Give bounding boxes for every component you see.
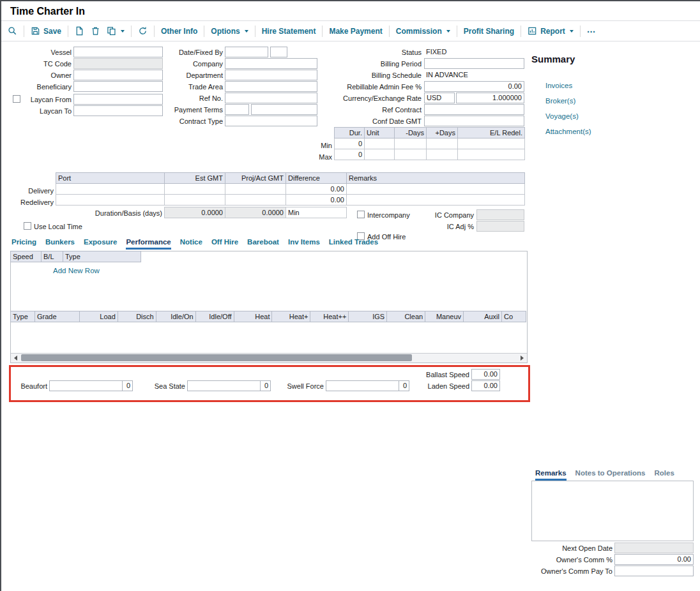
contract-type-field[interactable] xyxy=(225,116,317,126)
status-value[interactable]: FIXED xyxy=(424,47,524,58)
make-payment-button[interactable]: Make Payment xyxy=(329,27,382,36)
min-el-redel-cell[interactable] xyxy=(458,138,525,149)
intercompany-checkbox[interactable] xyxy=(357,211,365,218)
performance-panel: Speed B/L Type Add New Row Type Grade Lo… xyxy=(10,251,528,363)
company-field[interactable] xyxy=(225,58,317,69)
contract-type-label: Contract Type xyxy=(156,117,223,125)
max-minus-days-cell[interactable] xyxy=(395,149,427,160)
redelivery-port-cell[interactable] xyxy=(56,195,165,206)
sea-state-value-field[interactable]: 0 xyxy=(260,380,271,391)
sea-state-label: Sea State xyxy=(147,382,185,390)
delivery-port-cell[interactable] xyxy=(56,184,165,195)
department-field[interactable] xyxy=(225,70,317,80)
delivery-proj-act-cell[interactable] xyxy=(225,184,286,195)
laycan-checkbox[interactable] xyxy=(13,95,20,103)
exchange-rate-field[interactable]: 1.000000 xyxy=(456,93,524,103)
beneficiary-field[interactable] xyxy=(73,81,163,92)
search-button[interactable] xyxy=(8,26,17,36)
billing-period-field[interactable] xyxy=(424,58,524,69)
max-unit-cell[interactable] xyxy=(365,149,395,160)
max-plus-days-cell[interactable] xyxy=(427,149,458,160)
commission-button[interactable]: Commission xyxy=(396,27,450,36)
tab-roles[interactable]: Roles xyxy=(655,469,674,481)
tab-bareboat[interactable]: Bareboat xyxy=(247,238,279,250)
attachments-link[interactable]: Attachment(s) xyxy=(545,128,591,135)
ref-no-field[interactable] xyxy=(225,93,317,103)
scroll-left-button[interactable] xyxy=(11,354,20,362)
brokers-link[interactable]: Broker(s) xyxy=(545,97,575,105)
redelivery-remarks-cell[interactable] xyxy=(347,195,525,206)
laycan-from-field[interactable] xyxy=(73,94,163,105)
billing-schedule-value[interactable]: IN ADVANCE xyxy=(424,70,524,81)
sea-state-input[interactable] xyxy=(187,380,261,391)
remarks-textarea[interactable] xyxy=(531,481,694,541)
min-dur-cell[interactable]: 0 xyxy=(335,138,365,149)
tab-notes-to-operations[interactable]: Notes to Operations xyxy=(575,469,646,481)
swell-force-value-field[interactable]: 0 xyxy=(399,380,409,391)
delivery-remarks-cell[interactable] xyxy=(347,184,525,195)
payment-terms-field[interactable] xyxy=(251,104,317,115)
tab-inv-items[interactable]: Inv Items xyxy=(288,238,320,250)
horizontal-scrollbar-thumb[interactable] xyxy=(21,354,412,361)
rebillable-admin-fee-field[interactable]: 0.00 xyxy=(424,81,524,92)
other-info-button[interactable]: Other Info xyxy=(161,27,197,36)
ballast-speed-field[interactable]: 0.00 xyxy=(471,369,500,380)
new-document-button[interactable] xyxy=(75,26,84,36)
refresh-button[interactable] xyxy=(138,26,148,36)
max-dur-cell[interactable]: 0 xyxy=(335,149,365,160)
laycan-to-field[interactable] xyxy=(73,105,163,116)
tab-pricing[interactable]: Pricing xyxy=(11,238,36,250)
delete-button[interactable] xyxy=(91,26,100,36)
report-button[interactable]: Report xyxy=(528,26,574,36)
owners-comm-pay-to-field[interactable] xyxy=(614,565,694,576)
tab-off-hire[interactable]: Off Hire xyxy=(211,238,238,250)
ref-contract-field[interactable] xyxy=(424,104,524,115)
tab-notice[interactable]: Notice xyxy=(180,238,202,250)
time-charter-in-window: Time Charter In Save Other Info Options xyxy=(0,0,700,591)
min-minus-days-cell[interactable] xyxy=(395,138,427,149)
currency-field[interactable]: USD xyxy=(424,93,455,103)
invoices-link[interactable]: Invoices xyxy=(545,82,572,89)
options-button[interactable]: Options xyxy=(211,27,248,36)
beaufort-input[interactable] xyxy=(49,380,123,391)
min-unit-cell[interactable] xyxy=(365,138,395,149)
owners-comm-field[interactable]: 0.00 xyxy=(614,554,694,565)
duration-min-cell[interactable]: Min xyxy=(286,207,347,218)
tab-remarks[interactable]: Remarks xyxy=(535,469,567,481)
copy-button[interactable] xyxy=(107,26,125,36)
fixed-by-field[interactable] xyxy=(270,47,287,57)
ref-no-label: Ref No. xyxy=(156,94,223,102)
toolbar-separator xyxy=(204,26,204,37)
hire-statement-button[interactable]: Hire Statement xyxy=(262,27,316,36)
delivery-est-gmt-cell[interactable] xyxy=(165,184,225,195)
other-info-label: Other Info xyxy=(161,27,197,36)
vessel-field[interactable] xyxy=(73,47,163,57)
tab-linked-trades[interactable]: Linked Trades xyxy=(329,238,378,250)
scroll-right-button[interactable] xyxy=(517,354,527,362)
date-field[interactable] xyxy=(225,47,268,57)
redelivery-proj-act-cell[interactable] xyxy=(225,195,286,206)
add-new-row-link[interactable]: Add New Row xyxy=(53,267,100,274)
use-local-time-checkbox[interactable] xyxy=(24,222,31,230)
tab-bunkers[interactable]: Bunkers xyxy=(45,238,75,250)
billing-period-label: Billing Period xyxy=(335,60,422,68)
trade-area-field[interactable] xyxy=(225,81,317,92)
tab-performance[interactable]: Performance xyxy=(126,238,171,250)
vessel-label: Vessel xyxy=(11,49,72,56)
redelivery-est-gmt-cell[interactable] xyxy=(165,195,225,206)
owner-field[interactable] xyxy=(73,70,163,80)
voyages-link[interactable]: Voyage(s) xyxy=(545,112,579,120)
more-button[interactable]: ⋯ xyxy=(587,26,596,36)
min-plus-days-cell[interactable] xyxy=(427,138,458,149)
save-button[interactable]: Save xyxy=(31,26,61,36)
toolbar-separator xyxy=(131,26,132,37)
max-el-redel-cell[interactable] xyxy=(458,149,525,160)
conf-date-gmt-field[interactable] xyxy=(424,116,524,126)
payment-terms-code-field[interactable] xyxy=(225,104,249,115)
swell-force-input[interactable] xyxy=(326,380,399,391)
laden-speed-field[interactable]: 0.00 xyxy=(471,380,500,391)
tab-exposure[interactable]: Exposure xyxy=(84,238,117,250)
profit-sharing-button[interactable]: Profit Sharing xyxy=(464,27,514,36)
beaufort-value-field[interactable]: 0 xyxy=(122,380,133,391)
col-speed-type: Type xyxy=(63,251,141,262)
